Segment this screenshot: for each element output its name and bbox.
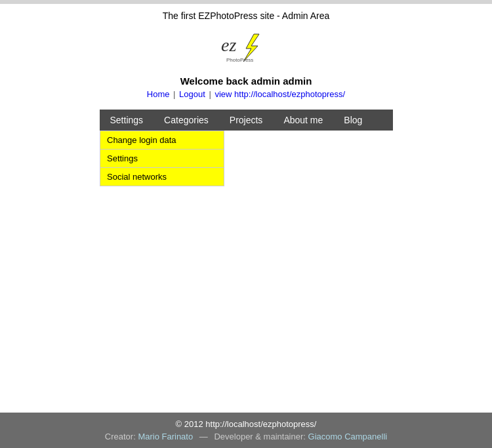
dropdown-item-social-networks[interactable]: Social networks <box>100 168 224 186</box>
separator-2: | <box>209 89 213 99</box>
nav-item-settings[interactable]: Settings <box>100 110 154 131</box>
top-nav-links: Home | Logout | view http://localhost/ez… <box>0 89 492 99</box>
main-navigation: Settings Categories Projects About me Bl… <box>100 110 393 131</box>
view-site-link[interactable]: view http://localhost/ezphotopress/ <box>215 89 345 99</box>
logo-icon: ez PhotoPress <box>220 31 272 64</box>
em-dash: — <box>199 432 208 441</box>
header: The first EZPhotoPress site - Admin Area… <box>0 4 492 110</box>
svg-text:ez: ez <box>221 35 236 55</box>
home-link[interactable]: Home <box>147 89 170 99</box>
creator-link[interactable]: Mario Farinato <box>138 432 193 441</box>
nav-item-projects[interactable]: Projects <box>219 110 274 131</box>
dropdown-item-change-login[interactable]: Change login data <box>100 131 224 150</box>
footer: © 2012 http://localhost/ezphotopress/ Cr… <box>0 413 492 448</box>
developer-label: Developer & maintainer: <box>214 432 305 441</box>
nav-item-categories[interactable]: Categories <box>154 110 219 131</box>
credits-text: Creator: Mario Farinato — Developer & ma… <box>0 432 492 441</box>
copyright-text: © 2012 http://localhost/ezphotopress/ <box>0 419 492 429</box>
svg-text:PhotoPress: PhotoPress <box>226 57 253 63</box>
dropdown-item-settings[interactable]: Settings <box>100 150 224 168</box>
nav-item-blog[interactable]: Blog <box>333 110 373 131</box>
settings-dropdown: Change login data Settings Social networ… <box>100 131 224 186</box>
creator-label: Creator: <box>105 432 136 441</box>
developer-link[interactable]: Giacomo Campanelli <box>308 432 388 441</box>
site-title: The first EZPhotoPress site - Admin Area <box>0 10 492 21</box>
separator-1: | <box>173 89 178 99</box>
logout-link[interactable]: Logout <box>179 89 205 99</box>
logo-container: ez PhotoPress <box>220 31 272 66</box>
nav-item-about-me[interactable]: About me <box>273 110 333 131</box>
welcome-text: Welcome back admin admin <box>0 75 492 87</box>
